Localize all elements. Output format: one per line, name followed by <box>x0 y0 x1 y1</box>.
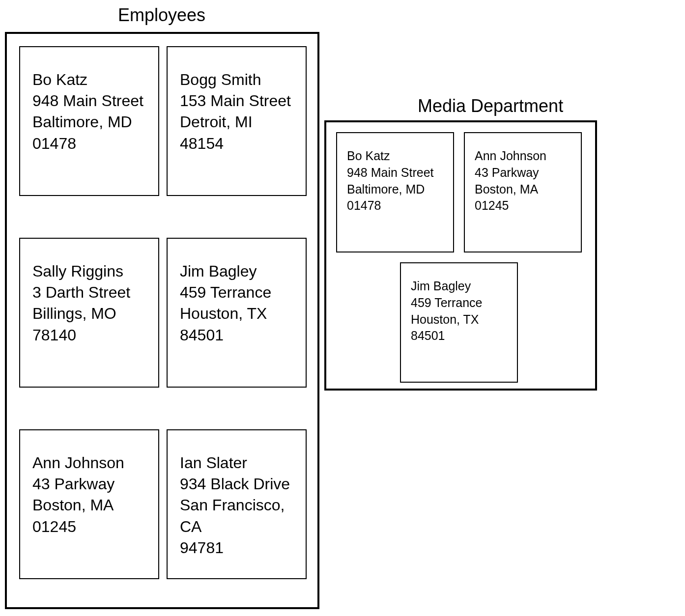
card-content: Bogg Smith 153 Main Street Detroit, MI 4… <box>180 69 293 154</box>
card-street: 459 Terrance <box>180 282 293 303</box>
card-zip: 94781 <box>180 537 293 559</box>
card-name: Ann Johnson <box>475 148 571 165</box>
card-content: Bo Katz 948 Main Street Baltimore, MD 01… <box>32 69 146 154</box>
card-citystate: Detroit, MI 48154 <box>180 112 293 154</box>
card-zip: 01478 <box>32 133 146 154</box>
card-citystate: Baltimore, MD <box>32 112 146 133</box>
card-street: 3 Darth Street <box>32 282 146 303</box>
card-citystate: Boston, MA 01245 <box>32 495 146 537</box>
media-container: Bo Katz 948 Main Street Baltimore, MD 01… <box>324 120 597 391</box>
card-content: Jim Bagley 459 Terrance Houston, TX 8450… <box>411 278 507 344</box>
card-content: Sally Riggins 3 Darth Street Billings, M… <box>32 261 146 346</box>
card-street: 934 Black Drive <box>180 474 293 495</box>
card-citystate: Baltimore, MD <box>347 181 443 198</box>
employee-card: Sally Riggins 3 Darth Street Billings, M… <box>19 238 159 388</box>
media-card: Bo Katz 948 Main Street Baltimore, MD 01… <box>336 132 454 252</box>
media-card: Ann Johnson 43 Parkway Boston, MA 01245 <box>464 132 582 252</box>
card-name: Jim Bagley <box>411 278 507 295</box>
card-content: Ian Slater 934 Black Drive San Francisco… <box>180 452 293 559</box>
card-name: Bogg Smith <box>180 69 293 90</box>
card-name: Jim Bagley <box>180 261 293 282</box>
card-citystate: San Francisco, CA <box>180 495 293 537</box>
employee-card: Bogg Smith 153 Main Street Detroit, MI 4… <box>167 46 307 196</box>
card-name: Bo Katz <box>32 69 146 90</box>
card-street: 43 Parkway <box>32 474 146 495</box>
card-street: 153 Main Street <box>180 90 293 112</box>
employee-card: Ian Slater 934 Black Drive San Francisco… <box>167 429 307 579</box>
card-content: Ann Johnson 43 Parkway Boston, MA 01245 <box>475 148 571 214</box>
card-name: Bo Katz <box>347 148 443 165</box>
card-zip: 84501 <box>411 328 507 344</box>
media-title: Media Department <box>418 96 563 116</box>
employees-title: Employees <box>118 5 205 26</box>
card-zip: 78140 <box>32 325 146 346</box>
card-name: Ian Slater <box>180 452 293 474</box>
media-card: Jim Bagley 459 Terrance Houston, TX 8450… <box>400 262 518 383</box>
card-citystate: Boston, MA 01245 <box>475 181 571 215</box>
employee-card: Jim Bagley 459 Terrance Houston, TX 8450… <box>167 238 307 388</box>
card-street: 459 Terrance <box>411 295 507 311</box>
card-content: Ann Johnson 43 Parkway Boston, MA 01245 <box>32 452 146 537</box>
card-name: Ann Johnson <box>32 452 146 474</box>
card-citystate: Billings, MO <box>32 303 146 324</box>
card-street: 948 Main Street <box>32 90 146 112</box>
card-content: Bo Katz 948 Main Street Baltimore, MD 01… <box>347 148 443 214</box>
card-content: Jim Bagley 459 Terrance Houston, TX 8450… <box>180 261 293 346</box>
employee-card: Bo Katz 948 Main Street Baltimore, MD 01… <box>19 46 159 196</box>
card-street: 43 Parkway <box>475 165 571 181</box>
card-zip: 01478 <box>347 197 443 214</box>
card-street: 948 Main Street <box>347 165 443 181</box>
card-name: Sally Riggins <box>32 261 146 282</box>
card-zip: 84501 <box>180 325 293 346</box>
employees-container: Bo Katz 948 Main Street Baltimore, MD 01… <box>5 32 319 609</box>
card-citystate: Houston, TX <box>411 311 507 328</box>
card-citystate: Houston, TX <box>180 303 293 324</box>
employee-card: Ann Johnson 43 Parkway Boston, MA 01245 <box>19 429 159 579</box>
